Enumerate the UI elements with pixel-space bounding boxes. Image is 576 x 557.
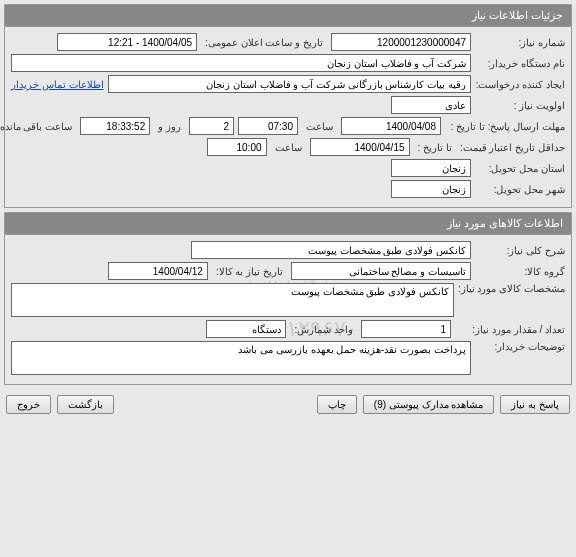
label-delivery-city: شهر محل تحویل: [475, 184, 565, 195]
print-button[interactable]: چاپ [317, 395, 357, 414]
label-buyer-notes: توضیحات خریدار: [475, 341, 565, 352]
field-publish-datetime[interactable] [57, 33, 197, 51]
field-qty[interactable] [361, 320, 451, 338]
field-delivery-city[interactable] [391, 180, 471, 198]
label-unit: واحد شمارش: [290, 324, 357, 335]
label-publish-datetime: تاریخ و ساعت اعلان عمومی: [201, 37, 327, 48]
field-priority[interactable] [391, 96, 471, 114]
label-days: روز و [154, 121, 185, 132]
label-goods-spec: مشخصات کالای مورد نیاز: [458, 283, 565, 294]
label-request-creator: ایجاد کننده درخواست: [475, 79, 565, 90]
label-general-desc: شرح کلی نیاز: [475, 245, 565, 256]
field-buyer-notes[interactable] [11, 341, 471, 375]
label-delivery-province: استان محل تحویل: [475, 163, 565, 174]
field-goods-spec[interactable] [11, 283, 454, 317]
goods-info-panel: اطلاعات کالاهای مورد نیاز قرارگاه اطلاعا… [4, 212, 572, 385]
field-remain-days[interactable] [189, 117, 234, 135]
field-need-by-date[interactable] [108, 262, 208, 280]
label-to-date: تا تاریخ : [414, 142, 456, 153]
field-buyer-org[interactable] [11, 54, 471, 72]
field-need-no[interactable] [331, 33, 471, 51]
button-bar: پاسخ به نیاز مشاهده مدارک پیوستی (9) چاپ… [0, 389, 576, 420]
field-general-desc[interactable] [191, 241, 471, 259]
field-goods-group[interactable] [291, 262, 471, 280]
field-deadline-time[interactable] [238, 117, 298, 135]
label-priority: اولویت نیاز : [475, 100, 565, 111]
field-unit[interactable] [206, 320, 286, 338]
label-deadline: مهلت ارسال پاسخ: تا تاریخ : [445, 121, 565, 132]
label-min-validity: حداقل تاریخ اعتبار قیمت: [460, 142, 565, 153]
panel1-title: جزئیات اطلاعات نیاز [5, 5, 571, 27]
label-qty: تعداد / مقدار مورد نیاز: [455, 324, 565, 335]
label-need-by-date: تاریخ نیاز به کالا: [212, 266, 287, 277]
need-details-panel: جزئیات اطلاعات نیاز شماره نیاز: تاریخ و … [4, 4, 572, 208]
panel2-title: اطلاعات کالاهای مورد نیاز [5, 213, 571, 235]
field-validity-time[interactable] [207, 138, 267, 156]
field-request-creator[interactable] [108, 75, 471, 93]
label-remain: ساعت باقی مانده [0, 121, 76, 132]
back-button[interactable]: بازگشت [57, 395, 114, 414]
exit-button[interactable]: خروج [6, 395, 51, 414]
attachments-button[interactable]: مشاهده مدارک پیوستی (9) [363, 395, 495, 414]
respond-button[interactable]: پاسخ به نیاز [500, 395, 570, 414]
label-buyer-org: نام دستگاه خریدار: [475, 58, 565, 69]
label-time2: ساعت [271, 142, 306, 153]
field-deadline-date[interactable] [341, 117, 441, 135]
field-delivery-province[interactable] [391, 159, 471, 177]
link-contact-buyer[interactable]: اطلاعات تماس خریدار [11, 79, 104, 90]
label-need-no: شماره نیاز: [475, 37, 565, 48]
field-remain-time[interactable] [80, 117, 150, 135]
label-time1: ساعت [302, 121, 337, 132]
field-validity-date[interactable] [310, 138, 410, 156]
label-goods-group: گروه کالا: [475, 266, 565, 277]
